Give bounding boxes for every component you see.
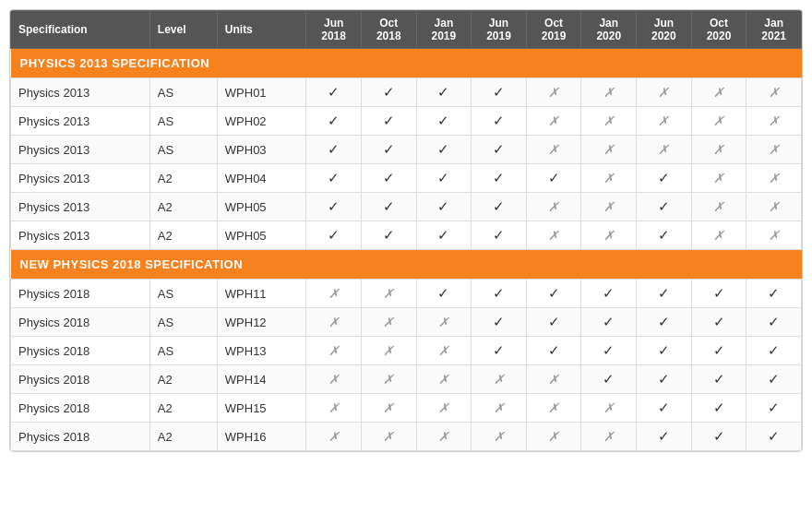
- table-row: Physics 2013ASWPH01✓✓✓✓✗✗✗✗✗: [11, 78, 802, 107]
- cross-icon: ✗: [494, 400, 505, 415]
- checkmark-icon: ✓: [383, 141, 395, 157]
- value-cell: ✓: [581, 365, 637, 394]
- header-sub: 2019: [432, 30, 457, 42]
- checkmark-icon: ✓: [328, 141, 340, 157]
- value-cell: ✓: [306, 221, 362, 250]
- header-cell-9: Jun2020: [637, 11, 692, 49]
- value-cell: ✗: [361, 280, 416, 308]
- checkmark-icon: ✓: [548, 285, 560, 301]
- checkmark-icon: ✓: [383, 198, 395, 214]
- value-cell: ✓: [526, 164, 581, 193]
- value-cell: ✓: [361, 193, 416, 221]
- unit-cell: WPH04: [217, 164, 306, 193]
- checkmark-icon: ✓: [713, 342, 725, 358]
- value-cell: ✓: [691, 280, 746, 308]
- value-cell: ✓: [306, 78, 362, 107]
- level-cell: AS: [149, 107, 217, 136]
- checkmark-icon: ✓: [437, 285, 449, 301]
- table-row: Physics 2018ASWPH11✗✗✓✓✓✓✓✓✓: [11, 280, 802, 308]
- level-cell: AS: [149, 78, 217, 107]
- checkmark-icon: ✓: [328, 113, 340, 128]
- cross-icon: ✗: [603, 85, 615, 100]
- checkmark-icon: ✓: [713, 285, 725, 301]
- value-cell: ✗: [361, 365, 416, 394]
- header-sub: 2020: [651, 30, 676, 42]
- cross-icon: ✗: [603, 400, 615, 415]
- checkmark-icon: ✓: [383, 170, 395, 185]
- value-cell: ✓: [416, 193, 472, 221]
- value-cell: ✓: [526, 337, 581, 365]
- unit-cell: WPH15: [217, 394, 306, 423]
- cross-icon: ✗: [658, 85, 669, 100]
- value-cell: ✓: [361, 221, 416, 250]
- value-cell: ✓: [472, 280, 527, 308]
- level-cell: A2: [149, 164, 217, 193]
- checkmark-icon: ✓: [437, 141, 449, 157]
- value-cell: ✗: [472, 365, 527, 394]
- value-cell: ✓: [637, 164, 692, 193]
- cross-icon: ✗: [438, 315, 449, 329]
- spec-cell: Physics 2013: [11, 221, 150, 250]
- value-cell: ✓: [472, 107, 527, 136]
- value-cell: ✗: [526, 365, 581, 394]
- checkmark-icon: ✓: [548, 170, 560, 185]
- table-row: Physics 2013A2WPH05✓✓✓✓✗✗✓✗✗: [11, 193, 802, 221]
- cross-icon: ✗: [658, 142, 669, 157]
- cross-icon: ✗: [713, 85, 724, 100]
- value-cell: ✓: [691, 308, 746, 337]
- cross-icon: ✗: [713, 142, 724, 157]
- value-cell: ✓: [637, 193, 692, 221]
- checkmark-icon: ✓: [328, 227, 340, 243]
- header-cell-4: Oct2018: [361, 11, 416, 49]
- value-cell: ✓: [746, 280, 802, 308]
- cross-icon: ✗: [383, 372, 394, 387]
- main-table-container: SpecificationLevelUnitsJun2018Oct2018Jan…: [9, 9, 803, 452]
- value-cell: ✓: [361, 164, 416, 193]
- checkmark-icon: ✓: [548, 342, 560, 358]
- value-cell: ✓: [746, 337, 802, 365]
- level-cell: A2: [149, 423, 217, 451]
- value-cell: ✗: [472, 394, 527, 423]
- cross-icon: ✗: [494, 429, 505, 444]
- value-cell: ✗: [691, 78, 746, 107]
- checkmark-icon: ✓: [493, 314, 505, 329]
- header-sub: 2021: [761, 30, 786, 42]
- checkmark-icon: ✓: [658, 227, 670, 243]
- unit-cell: WPH01: [217, 78, 306, 107]
- checkmark-icon: ✓: [713, 428, 725, 444]
- header-top: Oct: [710, 17, 728, 30]
- value-cell: ✓: [746, 308, 802, 337]
- value-cell: ✗: [581, 78, 637, 107]
- table-row: Physics 2018ASWPH13✗✗✗✓✓✓✓✓✓: [11, 337, 802, 365]
- value-cell: ✗: [416, 337, 472, 365]
- checkmark-icon: ✓: [658, 285, 670, 301]
- table-row: Physics 2018A2WPH14✗✗✗✗✗✓✓✓✓: [11, 365, 802, 394]
- level-cell: A2: [149, 394, 217, 423]
- value-cell: ✓: [691, 365, 746, 394]
- value-cell: ✗: [472, 423, 527, 451]
- cross-icon: ✗: [769, 85, 780, 100]
- cross-icon: ✗: [769, 228, 780, 243]
- value-cell: ✗: [691, 107, 746, 136]
- value-cell: ✓: [306, 136, 362, 164]
- table-row: Physics 2018A2WPH15✗✗✗✗✗✗✓✓✓: [11, 394, 802, 423]
- header-sub: 2019: [542, 30, 567, 42]
- spec-cell: Physics 2018: [11, 365, 150, 394]
- value-cell: ✓: [306, 164, 362, 193]
- cross-icon: ✗: [603, 199, 615, 214]
- table-body: PHYSICS 2013 SPECIFICATIONPhysics 2013AS…: [11, 49, 802, 451]
- cross-icon: ✗: [548, 199, 559, 214]
- level-cell: AS: [149, 136, 217, 164]
- value-cell: ✗: [361, 337, 416, 365]
- checkmark-icon: ✓: [493, 342, 505, 358]
- checkmark-icon: ✓: [493, 84, 505, 100]
- spec-cell: Physics 2013: [11, 107, 150, 136]
- checkmark-icon: ✓: [658, 428, 670, 444]
- value-cell: ✓: [472, 78, 527, 107]
- value-cell: ✗: [581, 423, 637, 451]
- cross-icon: ✗: [438, 400, 449, 415]
- table-row: Physics 2013A2WPH05✓✓✓✓✗✗✓✗✗: [11, 221, 802, 250]
- value-cell: ✗: [526, 78, 581, 107]
- checkmark-icon: ✓: [437, 113, 449, 128]
- value-cell: ✗: [581, 164, 637, 193]
